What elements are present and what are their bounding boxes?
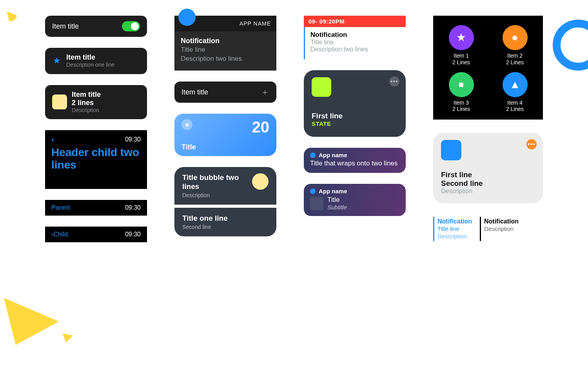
grid-label: Item 3 bbox=[454, 100, 469, 106]
app-square-icon bbox=[441, 140, 461, 160]
metric-tile[interactable]: ★ 20 Title bbox=[174, 114, 276, 156]
grid-sub: 2 Lines bbox=[506, 106, 524, 112]
app-name: APP NAME bbox=[240, 20, 271, 27]
grid-sub: 2 Lines bbox=[452, 59, 470, 65]
bubble-card-top[interactable]: Title bubble two lines Description bbox=[174, 167, 276, 205]
app-dot-icon bbox=[310, 152, 316, 158]
list-item-star[interactable]: ★ Item title Description one line bbox=[45, 48, 147, 74]
widget-line1: First line bbox=[312, 112, 398, 120]
item-desc: Description one line bbox=[66, 62, 114, 69]
card-subtitle: Subtitle bbox=[327, 204, 347, 211]
snip-desc: Description bbox=[484, 225, 519, 233]
notif-title: Notification bbox=[181, 36, 270, 45]
more-icon[interactable]: ••• bbox=[389, 76, 399, 87]
item-title: Item title bbox=[66, 53, 114, 62]
clock-text: 09:30 bbox=[125, 231, 141, 238]
breadcrumb-label: Child bbox=[53, 231, 67, 238]
item-desc: Description bbox=[72, 107, 101, 114]
app-square-icon bbox=[312, 77, 331, 97]
snip-title: Notification bbox=[484, 218, 519, 225]
notification-card-light[interactable]: 09- 09:20PM Notification Title line Desc… bbox=[304, 16, 406, 59]
clock-text: 09:30 bbox=[125, 136, 141, 143]
more-icon[interactable]: ••• bbox=[526, 139, 537, 149]
snip-desc: Description bbox=[437, 233, 472, 240]
header-panel: ‹ 09:30 Header child two lines bbox=[45, 130, 147, 189]
notif-desc: Description two lines bbox=[310, 46, 402, 53]
grid-sub: 2 Lines bbox=[452, 106, 470, 112]
breadcrumb-label: Parent bbox=[51, 204, 70, 211]
app-dot-icon bbox=[178, 9, 196, 26]
widget-line1: First line bbox=[441, 171, 535, 179]
widget-line2: Second line bbox=[441, 179, 535, 188]
notif-title: Notification bbox=[310, 31, 402, 39]
list-item-add[interactable]: Item title ＋ bbox=[174, 82, 276, 103]
item-title: Item title bbox=[72, 91, 101, 99]
grid-item-1[interactable]: ★ Item 1 2 Lines bbox=[440, 25, 482, 66]
list-item-twoline[interactable]: Item title 2 lines Description bbox=[45, 85, 147, 120]
bubble-line1: Title one line bbox=[182, 214, 228, 223]
item-title-2: 2 lines bbox=[72, 99, 101, 107]
star-icon: ★ bbox=[52, 56, 62, 65]
metric-title: Title bbox=[181, 143, 196, 151]
snip-sub: Title line bbox=[437, 225, 472, 233]
list-item-toggle[interactable]: Item title bbox=[45, 16, 147, 37]
widget-card[interactable]: ••• First line STATE bbox=[304, 70, 406, 137]
gradient-card-1[interactable]: App name Title that wraps onto two lines bbox=[304, 148, 406, 173]
item-title: Item title bbox=[52, 22, 79, 31]
bubble-card-bottom[interactable]: Title one line Second line bbox=[174, 208, 276, 236]
grid-sub: 2 Lines bbox=[506, 59, 524, 65]
widget-card-light[interactable]: ••• First line Second line Description bbox=[433, 133, 543, 203]
toggle-switch[interactable] bbox=[122, 21, 140, 31]
notif-snippet-blue[interactable]: Notification Title line Description bbox=[433, 217, 472, 241]
header-title: Header child two lines bbox=[51, 146, 141, 171]
clock-text: 09:30 bbox=[125, 204, 141, 211]
plus-icon[interactable]: ＋ bbox=[261, 86, 269, 98]
square-icon bbox=[52, 94, 67, 109]
triangle-icon: ▲ bbox=[503, 72, 528, 97]
widget-desc: Description bbox=[441, 188, 535, 195]
snip-title: Notification bbox=[437, 218, 472, 225]
card-text: Title that wraps onto two lines bbox=[310, 159, 399, 167]
grid-label: Item 4 bbox=[507, 100, 523, 106]
notif-time: 09- 09:20PM bbox=[304, 16, 406, 27]
app-name: App name bbox=[319, 152, 347, 158]
app-grid: ★ Item 1 2 Lines ● Item 2 2 Lines ■ Item… bbox=[433, 16, 543, 120]
notification-card-dark[interactable]: APP NAME Notification Title line Descrip… bbox=[174, 16, 276, 71]
app-dot-icon bbox=[310, 189, 316, 194]
circle-icon: ● bbox=[503, 25, 528, 50]
bubble-title: Title bubble two lines bbox=[182, 173, 247, 191]
grid-item-2[interactable]: ● Item 2 2 Lines bbox=[494, 25, 536, 66]
grid-label: Item 2 bbox=[507, 53, 523, 59]
app-name: App name bbox=[319, 188, 347, 194]
item-title: Item title bbox=[181, 88, 208, 96]
breadcrumb-child[interactable]: ‹ Child 09:30 bbox=[45, 227, 147, 242]
bubble-desc: Description bbox=[182, 192, 247, 198]
breadcrumb-parent[interactable]: Parent 09:30 bbox=[45, 200, 147, 216]
bubble-line2: Second line bbox=[182, 224, 228, 230]
gradient-card-2[interactable]: App name Title Subtitle bbox=[304, 184, 406, 216]
star-icon: ★ bbox=[181, 119, 192, 130]
card-title: Title bbox=[327, 196, 347, 204]
star-icon: ★ bbox=[449, 25, 474, 50]
circle-icon bbox=[252, 173, 269, 190]
grid-item-4[interactable]: ▲ Item 4 2 Lines bbox=[494, 72, 536, 113]
notif-desc: Description two lines bbox=[181, 54, 270, 64]
back-chevron-icon[interactable]: ‹ bbox=[51, 135, 54, 144]
grid-label: Item 1 bbox=[454, 53, 469, 59]
notification-snippets: Notification Title line Description Noti… bbox=[433, 217, 543, 241]
notif-subtitle: Title line bbox=[310, 39, 402, 46]
notif-subtitle: Title line bbox=[181, 45, 270, 54]
square-icon: ■ bbox=[449, 72, 474, 97]
notif-snippet-black[interactable]: Notification Description bbox=[480, 217, 519, 241]
widget-state: STATE bbox=[312, 120, 398, 127]
metric-value: 20 bbox=[252, 119, 270, 135]
thumb-icon bbox=[310, 197, 323, 210]
grid-item-3[interactable]: ■ Item 3 2 Lines bbox=[440, 72, 482, 113]
